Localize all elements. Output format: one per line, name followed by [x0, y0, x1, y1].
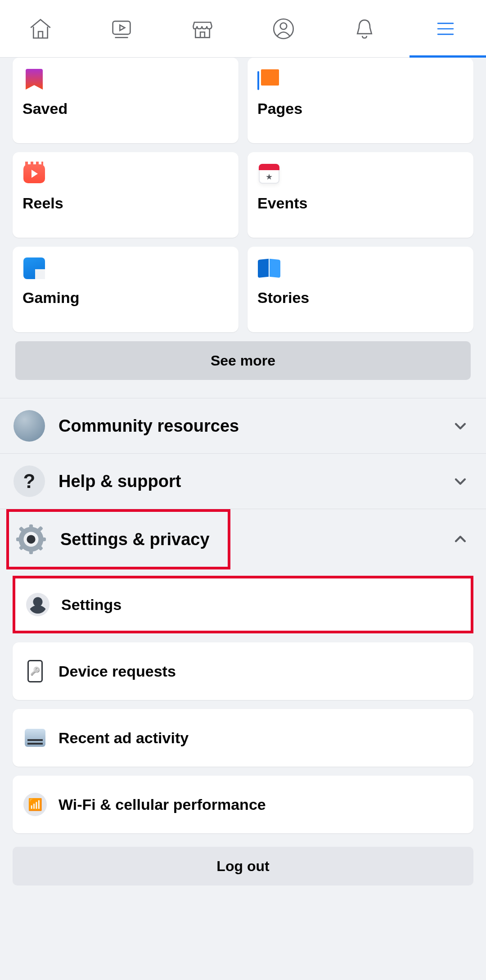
subitem-label: Recent ad activity	[58, 729, 189, 747]
chevron-down-icon	[453, 474, 468, 489]
shortcut-label: Pages	[257, 100, 464, 117]
shortcut-label: Gaming	[22, 289, 229, 307]
ad-activity-icon	[23, 726, 47, 750]
svg-rect-6	[16, 537, 22, 541]
gear-icon	[15, 524, 47, 555]
svg-point-2	[280, 23, 287, 29]
gaming-icon	[22, 257, 46, 280]
subitem-label: Settings	[61, 596, 122, 614]
section-header-settings-privacy[interactable]: Settings & privacy	[9, 512, 214, 567]
shortcut-reels[interactable]: Reels	[13, 152, 238, 238]
section-label: Help & support	[58, 472, 439, 491]
subitem-device-requests[interactable]: Device requests	[13, 642, 473, 700]
handshake-icon	[14, 410, 45, 442]
subitem-settings[interactable]: Settings	[13, 576, 473, 633]
section-label: Community resources	[58, 416, 439, 436]
shortcut-events[interactable]: Events	[248, 152, 473, 238]
hamburger-icon	[432, 16, 459, 42]
bell-icon	[351, 16, 378, 42]
settings-subitems: Settings Device requests Recent ad activ…	[0, 569, 486, 833]
question-icon: ?	[14, 465, 45, 497]
shortcut-gaming[interactable]: Gaming	[13, 247, 238, 332]
nav-tab-home[interactable]	[0, 0, 81, 57]
chevron-up-icon	[453, 532, 468, 547]
saved-icon	[22, 68, 46, 91]
profile-icon	[270, 16, 297, 42]
section-help: ? Help & support	[0, 453, 486, 509]
nav-tab-video[interactable]	[81, 0, 162, 57]
svg-rect-5	[29, 548, 33, 554]
svg-rect-0	[113, 21, 130, 34]
subitem-label: Wi-Fi & cellular performance	[58, 796, 266, 813]
svg-rect-4	[29, 524, 33, 531]
video-icon	[108, 16, 135, 42]
top-nav	[0, 0, 486, 58]
logout-button[interactable]: Log out	[13, 847, 473, 885]
svg-point-3	[27, 535, 35, 543]
section-settings-privacy: Settings & privacy Settings Device reque…	[0, 509, 486, 833]
nav-tab-notifications[interactable]	[324, 0, 405, 57]
nav-tab-marketplace[interactable]	[162, 0, 243, 57]
shortcut-label: Events	[257, 194, 464, 212]
subitem-label: Device requests	[58, 663, 176, 680]
section-header-help[interactable]: ? Help & support	[0, 454, 486, 509]
wifi-icon	[23, 793, 47, 816]
stories-icon	[257, 257, 281, 280]
section-label: Settings & privacy	[60, 530, 210, 549]
logout-label: Log out	[216, 858, 269, 875]
shortcut-label: Stories	[257, 289, 464, 307]
section-community: Community resources	[0, 398, 486, 453]
shortcut-saved[interactable]: Saved	[13, 58, 238, 143]
subitem-recent-ad-activity[interactable]: Recent ad activity	[13, 709, 473, 767]
chevron-down-icon	[453, 418, 468, 434]
device-icon	[23, 659, 47, 683]
highlight-settings-header: Settings & privacy	[6, 509, 230, 569]
home-icon	[27, 16, 54, 42]
events-icon	[257, 162, 281, 185]
shortcut-stories[interactable]: Stories	[248, 247, 473, 332]
shortcut-label: Saved	[22, 100, 229, 117]
see-more-button[interactable]: See more	[15, 341, 471, 380]
shortcut-grid: Saved Pages Reels Events Gaming Stories	[0, 58, 486, 332]
section-header-community[interactable]: Community resources	[0, 398, 486, 453]
pages-icon	[257, 68, 281, 91]
see-more-label: See more	[211, 352, 275, 369]
nav-tab-profile[interactable]	[243, 0, 324, 57]
reels-icon	[22, 162, 46, 185]
shortcut-label: Reels	[22, 194, 229, 212]
shortcut-pages[interactable]: Pages	[248, 58, 473, 143]
marketplace-icon	[189, 16, 216, 42]
svg-rect-7	[40, 537, 46, 541]
subitem-wifi-performance[interactable]: Wi-Fi & cellular performance	[13, 776, 473, 833]
nav-tab-menu[interactable]	[405, 0, 486, 57]
settings-avatar-icon	[26, 593, 50, 616]
